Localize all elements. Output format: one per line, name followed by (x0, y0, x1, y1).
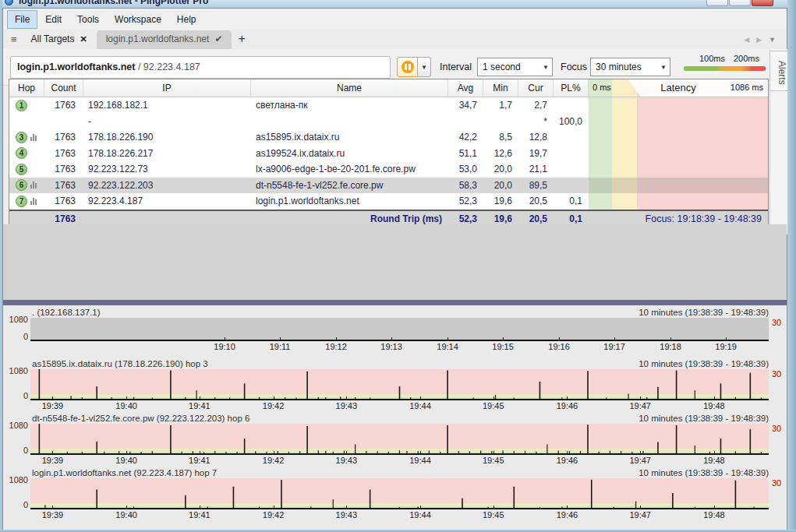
alerts-side-tab[interactable]: Alerts (769, 51, 787, 91)
x-axis-tick-label: 19:41 (182, 510, 217, 520)
hop-number-badge: 4 (16, 147, 27, 159)
graph-plot-area[interactable] (30, 478, 769, 509)
x-axis-tick-label: 19:45 (476, 456, 511, 465)
graph-range-label: 10 minutes (19:38:39 - 19:48:39) (639, 414, 769, 423)
pause-icon (402, 61, 414, 73)
window-border-right (787, 0, 796, 532)
y-axis-max-label: 1080 (5, 315, 28, 324)
header-ip[interactable]: IP (83, 79, 251, 97)
table-row[interactable]: -*100,0 (9, 114, 590, 130)
target-name: login.p1.worldoftanks.net (17, 62, 135, 72)
header-hop[interactable]: Hop (9, 79, 44, 97)
pause-menu-button[interactable]: ▼ (418, 57, 431, 77)
graph-title: as15895.ix.dataix.ru (178.18.226.190) ho… (32, 359, 208, 368)
x-axis-tick-label: 19:40 (109, 456, 143, 465)
trace-table: Hop Count IP Name Avg Min Cur PL% 0 ms L… (9, 79, 769, 227)
x-axis-tick-label: 19:46 (550, 456, 584, 465)
graph-title: . (192.168.137.1) (32, 308, 101, 317)
x-axis-tick-label: 19:40 (109, 510, 143, 520)
nav-back-icon[interactable]: ◀ (744, 36, 749, 44)
x-axis-tick-label: 19:43 (329, 510, 363, 520)
x-axis-tick-label: 19:14 (430, 342, 465, 351)
new-tab-icon[interactable]: + (238, 32, 245, 46)
y-axis-min-label: 0 (5, 446, 28, 455)
header-name[interactable]: Name (251, 79, 448, 97)
y-axis-max-label: 1080 (5, 421, 28, 430)
tab-all-targets[interactable]: All Targets ✕ (22, 30, 97, 49)
timeline-graph-icon[interactable] (30, 181, 37, 188)
timeline-graph-icon[interactable] (30, 134, 37, 141)
tab-target[interactable]: login.p1.worldoftanks.net ✔ (97, 30, 232, 49)
hop-number-badge: 5 (16, 164, 27, 175)
focus-select[interactable]: 30 minutes ▼ (590, 58, 670, 76)
minimize-button[interactable] (706, 0, 728, 6)
target-address[interactable]: login.p1.worldoftanks.net / 92.223.4.187 (10, 56, 391, 79)
header-min[interactable]: Min (483, 79, 518, 97)
table-row[interactable]: 6176392.223.122.203dt-n5548-fe-1-vl252.f… (9, 178, 590, 194)
latency-column-header: 0 ms Latency 1086 ms (589, 79, 768, 97)
timeline-graph[interactable]: login.p1.worldoftanks.net (92.223.4.187)… (30, 468, 769, 521)
latency-max-label: 1086 ms (731, 83, 763, 92)
header-cur[interactable]: Cur (518, 79, 554, 97)
x-axis-tick-label: 19:46 (550, 510, 584, 520)
x-axis-tick-label: 19:42 (256, 401, 291, 410)
target-ip: 92.223.4.187 (143, 62, 200, 72)
menu-item-file[interactable]: File (7, 10, 37, 29)
header-count[interactable]: Count (44, 79, 83, 97)
timeline-graph[interactable]: dt-n5548-fe-1-vl252.fe.core.pw (92.223.1… (30, 414, 769, 467)
x-axis-tick-label: 19:17 (597, 342, 631, 351)
table-row[interactable]: 41763178.18.226.217as199524.ix.dataix.ru… (9, 146, 590, 162)
app-icon (5, 0, 13, 5)
x-axis-tick-label: 19:15 (486, 342, 520, 351)
graph-plot-area[interactable] (30, 369, 769, 400)
timeline-graph[interactable]: . (192.168.137.1)10 minutes (19:38:39 - … (30, 308, 769, 353)
chevron-down-icon: ▼ (657, 64, 670, 71)
x-axis-tick-label: 19:13 (374, 342, 409, 351)
menu-item-edit[interactable]: Edit (37, 10, 69, 29)
menu-item-help[interactable]: Help (169, 10, 204, 29)
header-avg[interactable]: Avg (448, 79, 483, 97)
summary-count: 1763 (44, 213, 83, 224)
x-axis-tick-label: 19:11 (263, 342, 297, 351)
pane-splitter[interactable] (3, 300, 787, 305)
graph-range-label: 10 minutes (19:38:39 - 19:48:39) (639, 468, 769, 477)
timeline-graph[interactable]: as15895.ix.dataix.ru (178.18.226.190) ho… (30, 359, 769, 412)
close-tab-icon[interactable]: ✕ (80, 34, 87, 44)
table-row[interactable]: 7176392.223.4.187login.p1.worldoftanks.n… (9, 193, 590, 210)
window-border-left (0, 0, 2, 532)
focus-label: Focus (561, 62, 587, 72)
table-row[interactable]: 5176392.223.122.73lx-a9006-edge-1-be-20-… (9, 161, 590, 178)
round-trip-row: 1763 Round Trip (ms) 52,3 19,6 20,5 0,1 … (9, 210, 768, 226)
maximize-button[interactable] (729, 0, 751, 6)
graph-title: login.p1.worldoftanks.net (92.223.4.187)… (32, 468, 217, 477)
right-axis-label: 30 (772, 369, 781, 379)
interval-select[interactable]: 1 second ▼ (477, 58, 553, 76)
x-axis-tick-label: 19:39 (35, 456, 69, 465)
menu-item-workspace[interactable]: Workspace (107, 10, 169, 29)
table-row[interactable]: 31763178.18.226.190as15895.ix.dataix.ru4… (9, 129, 590, 146)
right-axis-label: 30 (772, 478, 781, 488)
nav-forward-icon[interactable]: ▶ (756, 36, 762, 44)
timeline-graph-icon[interactable] (30, 198, 37, 205)
tab-label: login.p1.worldoftanks.net (106, 33, 210, 44)
close-button[interactable] (752, 0, 773, 6)
y-axis-max-label: 1080 (5, 475, 28, 484)
tab-list-icon[interactable]: ▼ (769, 36, 776, 44)
x-axis-tick-label: 19:48 (697, 456, 731, 465)
x-axis-tick-label: 19:45 (476, 401, 511, 410)
menu-item-tools[interactable]: Tools (69, 10, 107, 29)
x-axis-tick-label: 19:44 (403, 456, 437, 465)
hamburger-icon[interactable]: ≡ (11, 33, 17, 45)
y-axis-min-label: 0 (5, 391, 28, 400)
hop-number-badge: 1 (16, 100, 27, 111)
graph-plot-area[interactable] (30, 318, 769, 341)
round-trip-label: Round Trip (ms) (251, 213, 448, 224)
x-axis-tick-label: 19:44 (403, 401, 437, 410)
x-axis-tick-label: 19:12 (319, 342, 353, 351)
x-axis-tick-label: 19:19 (709, 342, 743, 351)
pause-button[interactable] (397, 57, 418, 77)
table-row[interactable]: 11763192.168.182.1светлана-пк34,71,72,7 (9, 97, 590, 114)
graph-plot-area[interactable] (30, 424, 769, 455)
app-frame: FileEditToolsWorkspaceHelp ≡ All Targets… (2, 8, 787, 530)
header-pl[interactable]: PL% (554, 79, 589, 97)
